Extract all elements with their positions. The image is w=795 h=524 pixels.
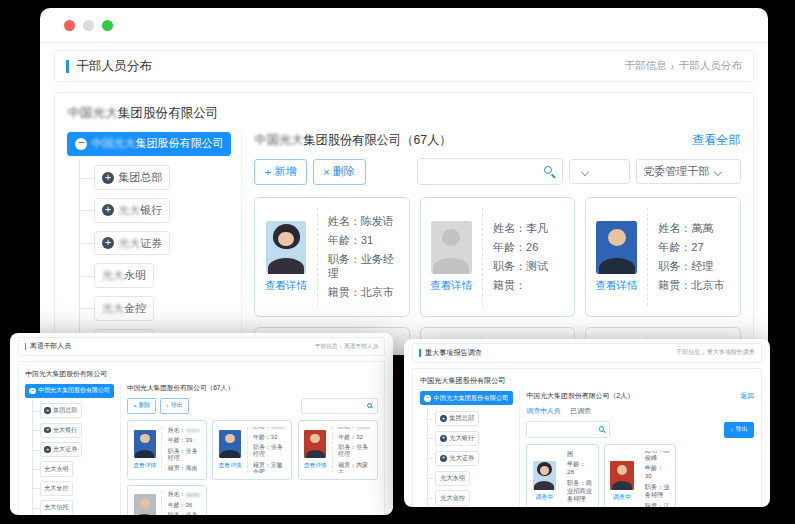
collapse-icon[interactable]: − <box>424 395 431 402</box>
view-detail-link[interactable]: 查看详情 <box>304 461 327 470</box>
view-detail-link[interactable]: 查看详情 <box>133 461 156 470</box>
tree-item-everbright-sunlife[interactable]: 光大永明 <box>435 471 470 486</box>
tree-item-everbright-sunlife[interactable]: 光大永明 <box>94 263 154 288</box>
minimize-button[interactable] <box>83 20 94 31</box>
breadcrumb-parent[interactable]: 干部信息 <box>624 59 666 73</box>
field-value: 39 <box>186 437 193 443</box>
field-label: 籍贯： <box>658 279 691 291</box>
investigating-link[interactable]: 调查中 <box>535 493 553 502</box>
person-photo <box>596 221 637 274</box>
tab-investigated[interactable]: 已调查 <box>571 406 591 416</box>
breadcrumb-parent[interactable]: 干部信息 <box>315 342 338 351</box>
export-button[interactable]: ↑导出 <box>160 398 189 414</box>
field-label: 职务： <box>168 448 186 454</box>
close-button[interactable] <box>64 20 75 31</box>
search-box <box>417 158 563 185</box>
view-detail-link[interactable]: 查看详情 <box>596 279 638 293</box>
expand-icon[interactable]: + <box>44 446 51 453</box>
tree-item-everbright-securities[interactable]: +光大证券 <box>435 451 479 466</box>
back-link[interactable]: 返回 <box>740 391 754 401</box>
company-logo: 中国光大 <box>67 106 117 120</box>
view-all-link[interactable]: 查看全部 <box>692 132 741 149</box>
tree-item-everbright-bank[interactable]: +光大银行 <box>94 198 171 223</box>
collapse-icon[interactable]: − <box>75 138 87 150</box>
expand-icon[interactable]: + <box>102 172 114 184</box>
org-panel: 中国光大集团股份有限公司 − 中国光大集团股份有限公司 +集团总部 +光大银行 … <box>412 368 762 507</box>
tree-item-everbright-jinkong[interactable]: 光大金控 <box>94 296 154 321</box>
breadcrumb-current: 干部人员分布 <box>679 59 742 73</box>
view-detail-link[interactable]: 查看详情 <box>265 279 307 293</box>
export-button[interactable]: ↑导出 <box>724 422 754 438</box>
search-box <box>526 421 610 437</box>
tree-root-label: 中国光大集团股份有限公司 <box>434 394 509 403</box>
view-detail-link[interactable]: 查看详情 <box>219 461 242 470</box>
breadcrumb-parent[interactable]: 干部信息 <box>676 348 700 357</box>
tab-investigating[interactable]: 调查中人员 <box>526 406 560 416</box>
tree-item-everbright-jinkong[interactable]: 光大金控 <box>435 490 470 505</box>
filter-select[interactable] <box>569 159 629 184</box>
search-icon[interactable] <box>543 165 556 178</box>
content-company-text: 中国光大集团股份有限公司 <box>526 392 609 399</box>
field-value: 26 <box>526 241 538 253</box>
content-company-text: 集团股份有限公司 <box>303 133 401 147</box>
page-title: 重大事项报告调查 <box>419 348 482 358</box>
field-label: 年龄： <box>253 434 271 440</box>
field-label: 籍贯： <box>253 462 271 468</box>
search-input[interactable] <box>531 425 598 434</box>
redacted-name <box>186 429 200 433</box>
field-label: 职务： <box>567 479 586 486</box>
investigating-link[interactable]: 调查中 <box>613 493 631 502</box>
expand-icon[interactable]: + <box>440 455 447 462</box>
breadcrumb: 干部信息 › 重大事项报告调查 <box>676 348 754 357</box>
tree-item-group-hq[interactable]: +集团总部 <box>94 165 171 190</box>
search-input[interactable] <box>305 402 366 410</box>
manage-type-select[interactable]: 党委管理干部 <box>636 159 741 184</box>
view-detail-link[interactable]: 查看详情 <box>430 279 472 293</box>
title-marker <box>25 343 27 350</box>
x-icon: × <box>133 403 137 409</box>
add-button[interactable]: +新增 <box>254 159 307 185</box>
expand-icon[interactable]: + <box>44 407 51 414</box>
search-box <box>301 398 378 414</box>
expand-icon[interactable]: + <box>102 237 114 249</box>
breadcrumb-separator-icon: › <box>671 60 675 72</box>
field-value: 36 <box>186 502 193 508</box>
tree-item-everbright-jinkong[interactable]: 光大金控 <box>40 481 74 496</box>
tree-item-everbright-securities[interactable]: +光大证券 <box>40 442 82 457</box>
tree-item-group-hq[interactable]: +集团总部 <box>435 411 479 426</box>
page-title-text: 重大事项报告调查 <box>425 348 482 358</box>
tree-root-node[interactable]: − 中国光大集团股份有限公司 <box>420 391 513 405</box>
expand-icon[interactable]: + <box>440 435 447 442</box>
tree-item-everbright-securities[interactable]: +光大证券 <box>94 231 171 256</box>
search-icon[interactable] <box>366 402 373 409</box>
tree-item-everbright-sunlife[interactable]: 光大永明 <box>40 461 74 476</box>
tree-root-node[interactable]: − 中国光大集团股份有限公司 <box>67 132 231 156</box>
person-card: 查看详情 姓名： 年龄：39 职务：业务经理 籍贯：海南 <box>127 420 207 479</box>
tree-item-everbright-trust[interactable]: 光大信托 <box>40 500 74 515</box>
zoom-button[interactable] <box>102 20 113 31</box>
delete-button[interactable]: ×删除 <box>313 159 366 185</box>
content-company-text: 中国光大集团股份有限公司 <box>127 384 207 391</box>
person-card: 查看详情 姓名： 年龄：32 职务：业务经理 籍贯：安徽合肥 <box>212 420 292 479</box>
tree-item-label: 光大银行 <box>53 426 77 435</box>
tree-item-label: 集团总部 <box>53 406 77 415</box>
search-input[interactable] <box>424 165 543 179</box>
collapse-icon[interactable]: − <box>29 388 36 395</box>
expand-icon[interactable]: + <box>102 204 114 216</box>
breadcrumb-current: 离退干部人员 <box>344 342 378 351</box>
delete-button[interactable]: ×删除 <box>127 398 156 414</box>
field-label: 职务： <box>253 444 271 450</box>
field-label: 籍贯： <box>168 465 186 471</box>
expand-icon[interactable]: + <box>44 427 51 434</box>
tree-item-everbright-bank[interactable]: +光大银行 <box>435 431 479 446</box>
tree-root-node[interactable]: − 中国光大集团股份有限公司 <box>25 384 114 398</box>
expand-icon[interactable]: + <box>440 415 447 422</box>
field-label: 年龄： <box>328 234 361 246</box>
tree-item-everbright-bank[interactable]: +光大银行 <box>40 423 82 438</box>
tree-item-label: 永明 <box>124 268 146 283</box>
tree-item-group-hq[interactable]: +集团总部 <box>40 403 82 418</box>
company-logo: 中国光大 <box>254 133 303 147</box>
tab-bar: 调查中人员 已调查 <box>526 406 754 416</box>
search-icon[interactable] <box>598 426 605 433</box>
field-value: 海南 <box>186 465 198 471</box>
